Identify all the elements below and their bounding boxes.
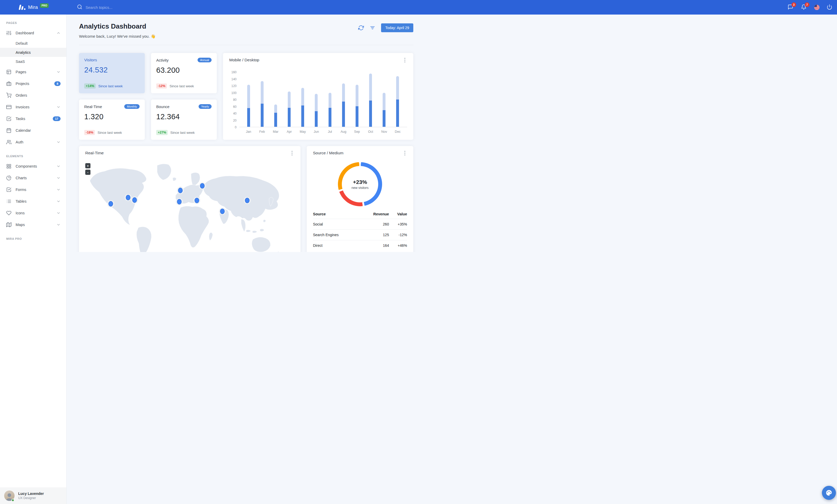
check-square-icon — [6, 187, 12, 192]
stat-note: Since last week — [97, 131, 122, 135]
brand[interactable]: Mira PRO — [0, 4, 67, 10]
value-cell: -12% — [389, 230, 407, 240]
shopping-cart-icon — [6, 93, 12, 98]
map-zoom-in-button[interactable]: + — [85, 163, 90, 168]
section-title-elements: Elements — [0, 148, 66, 160]
x-axis-tick: Jun — [309, 130, 323, 133]
y-axis-tick: 80 — [233, 98, 236, 101]
sidebar-item-dashboard[interactable]: Dashboard — [0, 27, 66, 39]
revenue-cell: 125 — [360, 230, 389, 240]
stat-card-visitors: Visitors 24.532 +14% Since last week — [79, 53, 145, 93]
check-square-icon — [6, 116, 12, 121]
sidebar-item-analytics[interactable]: Analytics — [0, 48, 66, 57]
bar-apr — [283, 72, 296, 127]
stat-delta-badge: -12% — [156, 83, 167, 89]
today-button[interactable]: Today: April 29 — [381, 23, 413, 32]
chart-menu-button[interactable] — [403, 58, 407, 62]
sidebar-item-saas[interactable]: SaaS — [0, 57, 66, 66]
x-axis-tick: Jul — [323, 130, 337, 133]
map-marker[interactable] — [199, 182, 206, 189]
source-menu-button[interactable] — [403, 151, 407, 155]
y-axis-tick: 120 — [231, 84, 236, 88]
sidebar-item-invoices[interactable]: Invoices — [0, 101, 66, 113]
stat-note: Since last week — [170, 131, 195, 135]
chevron-down-icon — [56, 140, 60, 144]
table-header-value: Value — [389, 209, 407, 219]
x-axis-tick: Jan — [242, 130, 255, 133]
map-title: Real-Time — [85, 151, 104, 155]
donut-center-label: new visitors — [352, 186, 368, 190]
map-marker[interactable] — [193, 197, 200, 204]
x-axis-tick: Oct — [364, 130, 377, 133]
sidebar-badge: 8 — [54, 81, 60, 86]
sidebar-item-auth[interactable]: Auth — [0, 136, 66, 148]
sidebar-item-projects[interactable]: Projects 8 — [0, 78, 66, 89]
bar-aug — [337, 72, 350, 127]
bar-dec — [391, 72, 405, 127]
x-axis-tick: Nov — [377, 130, 391, 133]
grid-icon — [6, 164, 12, 169]
calendar-icon — [6, 128, 12, 133]
stat-title: Activity — [156, 58, 169, 62]
sidebar-item-pages[interactable]: Pages — [0, 66, 66, 78]
filter-button[interactable] — [370, 25, 375, 31]
section-title-mira-pro: Mira Pro — [0, 230, 66, 243]
y-axis-tick: 160 — [231, 70, 236, 74]
kebab-icon — [291, 151, 293, 156]
donut-chart: +23% new visitors — [338, 162, 382, 206]
map-marker[interactable] — [131, 197, 138, 203]
stat-title: Bounce — [156, 105, 170, 109]
sidebar-item-components[interactable]: Components — [0, 160, 66, 172]
value-cell: +46% — [389, 240, 407, 251]
sidebar-item-icons[interactable]: Icons — [0, 207, 66, 219]
briefcase-icon — [6, 81, 12, 86]
map-marker[interactable] — [244, 197, 251, 204]
heart-icon — [6, 210, 12, 216]
realtime-map-card: Real-Time + - — [79, 146, 301, 252]
sidebar-item-tasks[interactable]: Tasks 17 — [0, 113, 66, 125]
pro-badge: PRO — [40, 3, 49, 8]
sidebar-item-charts[interactable]: Charts — [0, 172, 66, 184]
chevron-up-icon — [56, 31, 60, 35]
stat-value: 12.364 — [156, 112, 212, 121]
sidebar-item-calendar[interactable]: Calendar — [0, 125, 66, 136]
refresh-button[interactable] — [358, 25, 364, 31]
stat-period-badge: Monthly — [124, 104, 140, 109]
stat-value: 24.532 — [84, 66, 140, 74]
stat-value: 63.200 — [156, 66, 212, 75]
search-input[interactable] — [86, 5, 163, 10]
chart-title: Mobile / Desktop — [229, 58, 259, 62]
stat-card-real-time: Real-Time Monthly 1.320 -18% Since last … — [79, 99, 145, 140]
refresh-icon — [358, 25, 364, 31]
chevron-down-icon — [56, 105, 60, 109]
sidebar-item-default[interactable]: Default — [0, 39, 66, 48]
map-marker[interactable] — [177, 187, 184, 194]
chevron-down-icon — [56, 188, 60, 192]
x-axis-tick: Dec — [391, 130, 405, 133]
revenue-cell: 164 — [360, 240, 389, 251]
map-marker[interactable] — [107, 200, 114, 207]
bar-jun — [309, 72, 323, 127]
layout-icon — [6, 69, 12, 75]
stat-delta-badge: +14% — [84, 83, 96, 89]
sidebar-item-forms[interactable]: Forms — [0, 184, 66, 195]
section-title-pages: Pages — [0, 15, 66, 27]
brand-name: Mira — [28, 4, 38, 10]
chevron-down-icon — [56, 164, 60, 168]
sidebar-item-maps[interactable]: Maps — [0, 219, 66, 230]
bar-jul — [323, 72, 337, 127]
world-map[interactable] — [85, 157, 294, 252]
map-icon — [6, 222, 12, 227]
map-marker[interactable] — [219, 208, 226, 215]
sliders-icon — [6, 31, 12, 36]
kebab-icon — [404, 58, 406, 62]
bar-nov — [377, 72, 391, 127]
map-menu-button[interactable] — [289, 151, 294, 155]
bar-sep — [350, 72, 364, 127]
map-zoom-out-button[interactable]: - — [85, 170, 90, 175]
map-marker[interactable] — [125, 194, 131, 201]
map-marker[interactable] — [176, 198, 183, 205]
sidebar-item-tables[interactable]: Tables — [0, 195, 66, 207]
x-axis-tick: May — [296, 130, 309, 133]
sidebar-item-orders[interactable]: Orders — [0, 89, 66, 101]
